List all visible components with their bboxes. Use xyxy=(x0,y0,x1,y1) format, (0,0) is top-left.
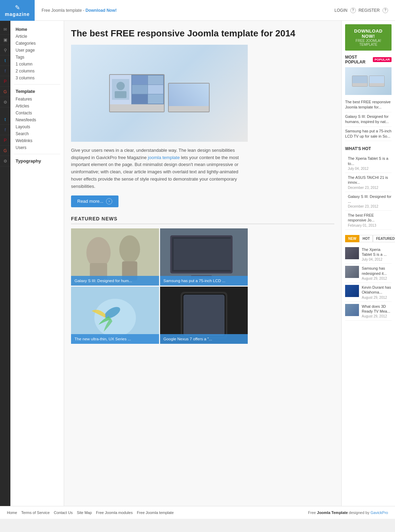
popular-badge: POPULAR xyxy=(373,57,392,62)
sidebar-typography-section: Typography xyxy=(16,158,60,164)
featured-item-4[interactable]: Google Nexus 7 offers a "... xyxy=(160,287,248,344)
footer-link-template[interactable]: Free Joomla template xyxy=(137,511,174,515)
tab-hot-button[interactable]: HOT xyxy=(359,235,373,242)
new-tab-item-3[interactable]: Kevin Durant has Oklahoma... August 29, … xyxy=(345,283,392,302)
sidebar-item-layouts[interactable]: Layouts xyxy=(14,123,60,130)
featured-item-3[interactable]: The new ultra-thin, UX Series ... xyxy=(71,287,159,344)
new-tab-item-1[interactable]: The Xperia Tablet S is a ... July 04, 20… xyxy=(345,245,392,264)
footer-link-contact[interactable]: Contact Us xyxy=(54,511,72,515)
featured-caption-1: Galaxy S III: Designed for hum... xyxy=(71,276,159,286)
whats-hot-widget: WHAT'S HOT The Xperia Tablet S is a to..… xyxy=(345,146,392,229)
download-link[interactable]: Download Now! xyxy=(86,8,117,13)
whats-hot-header: WHAT'S HOT xyxy=(345,146,392,151)
footer-link-modules[interactable]: Free Joomla modules xyxy=(96,511,133,515)
sidebar-item-newsfeeds[interactable]: Newsfeeds xyxy=(14,116,60,123)
sidebar-item-article[interactable]: Article xyxy=(14,33,60,40)
top-nav-links: LOGIN ? REGISTER ? xyxy=(334,8,388,13)
googleplus-social-icon[interactable]: G xyxy=(0,87,10,97)
login-help-icon[interactable]: ? xyxy=(350,8,356,13)
footer-link-home[interactable]: Home xyxy=(7,511,17,515)
footer-link-sitemap[interactable]: Site Map xyxy=(77,511,92,515)
laptop-big xyxy=(109,74,165,112)
whats-hot-text-3: Galaxy S III: Designed for ... December … xyxy=(348,194,392,209)
new-tab-item-2[interactable]: Samsung has redesigned it... August 29, … xyxy=(345,264,392,283)
top-bar: ✎ magazine Free Joomla template - Downlo… xyxy=(0,0,395,21)
pinterest-social-icon[interactable]: P xyxy=(0,76,10,87)
settings-social-icon-2[interactable]: ⚙ xyxy=(0,156,10,166)
footer-link-tos[interactable]: Terms of Service xyxy=(21,511,50,515)
sidebar-item-contacts[interactable]: Contacts xyxy=(14,110,60,116)
email-social-icon[interactable]: ✉ xyxy=(0,24,10,35)
sidebar-item-features[interactable]: Features xyxy=(14,96,60,103)
logo[interactable]: ✎ magazine xyxy=(0,0,35,21)
article-title: The best FREE responsive Joomla template… xyxy=(71,28,334,40)
new-tab-text-3: Kevin Durant has Oklahoma... August 29, … xyxy=(362,285,392,299)
svg-rect-2 xyxy=(115,91,126,98)
sidebar-template-section: Template xyxy=(16,89,60,94)
sidebar: Home Article Categories User page Tags 1… xyxy=(10,21,64,506)
sidebar-item-2col[interactable]: 2 columns xyxy=(14,68,60,75)
new-tab-text-4: What does 3D Ready TV Mea... August 29, … xyxy=(362,304,392,319)
sidebar-item-search[interactable]: Search xyxy=(14,130,60,137)
logo-text: magazine xyxy=(5,11,30,17)
new-tab-item-4[interactable]: What does 3D Ready TV Mea... August 29, … xyxy=(345,302,392,321)
sidebar-item-weblinks[interactable]: Weblinks xyxy=(14,137,60,144)
whats-hot-item-3[interactable]: Galaxy S III: Designed for ... December … xyxy=(345,192,392,211)
most-popular-widget: MOST POPULAR POPULAR The best FREE respo… xyxy=(345,55,392,141)
twitter-social-icon-2[interactable]: t xyxy=(0,114,10,125)
gavickpro-link[interactable]: GavickPro xyxy=(370,511,388,515)
twitter-social-icon[interactable]: t xyxy=(0,55,10,66)
top-tagline: Free Joomla template - Download Now! xyxy=(42,8,334,13)
article-hero-image xyxy=(71,45,248,142)
new-tab-thumb-2 xyxy=(345,266,359,278)
sidebar-item-1col[interactable]: 1 column xyxy=(14,61,60,68)
register-link[interactable]: REGISTER xyxy=(359,8,380,13)
tabs-widget: NEW HOT FEATURED The Xperia Tablet S is … xyxy=(345,235,392,321)
tab-new-button[interactable]: NEW xyxy=(345,235,359,242)
pinterest-social-icon-2[interactable]: P xyxy=(0,135,10,146)
login-link[interactable]: LOGIN xyxy=(334,8,347,13)
sidebar-item-tags[interactable]: Tags xyxy=(14,54,60,61)
popular-main-image xyxy=(345,67,392,95)
featured-caption-3: The new ultra-thin, UX Series ... xyxy=(71,334,159,344)
featured-caption-4: Google Nexus 7 offers a "... xyxy=(160,334,248,344)
sidebar-item-articles[interactable]: Articles xyxy=(14,103,60,110)
read-more-button[interactable]: Read more... › xyxy=(71,195,119,207)
most-popular-header: MOST POPULAR POPULAR xyxy=(345,55,392,64)
settings-social-icon[interactable]: ⚙ xyxy=(0,97,10,107)
download-now-button[interactable]: DOWNLOAD NOW! FREE JOOMLA! TEMPLATE xyxy=(345,24,392,51)
read-more-arrow-icon: › xyxy=(106,198,112,204)
register-help-icon[interactable]: ? xyxy=(383,8,388,13)
popular-item-1[interactable]: The best FREE responsive Joomla template… xyxy=(345,98,392,112)
new-tab-thumb-4 xyxy=(345,304,359,316)
joomla-template-link[interactable]: joomla template xyxy=(148,155,180,160)
footer-links: Home Terms of Service Contact Us Site Ma… xyxy=(7,511,174,515)
article-body: Give your users news in a clear, underst… xyxy=(71,147,248,190)
sidebar-item-categories[interactable]: Categories xyxy=(14,40,60,47)
sidebar-item-home[interactable]: Home xyxy=(14,26,60,33)
whats-hot-item-2[interactable]: The ASUS TAICHI 21 is innov... December … xyxy=(345,173,392,192)
tab-featured-button[interactable]: FEATURED xyxy=(373,235,395,242)
whats-hot-item-1[interactable]: The Xperia Tablet S is a to... July 04, … xyxy=(345,154,392,173)
rss-social-icon[interactable]: ▣ xyxy=(0,35,10,45)
search-social-icon[interactable]: ⚲ xyxy=(0,45,10,55)
laptop-small xyxy=(168,83,210,112)
featured-item-1[interactable]: Galaxy S III: Designed for hum... xyxy=(71,228,159,286)
new-tab-thumb-3 xyxy=(345,285,359,297)
facebook-social-icon-2[interactable]: f xyxy=(0,125,10,135)
whats-hot-item-4[interactable]: The best FREE responsive Jo... February … xyxy=(345,211,392,230)
new-tab-thumb-1 xyxy=(345,247,359,259)
facebook-social-icon[interactable]: f xyxy=(0,66,10,76)
sidebar-item-userpage[interactable]: User page xyxy=(14,47,60,54)
googleplus-social-icon-2[interactable]: G xyxy=(0,146,10,156)
social-bar: ✉ ▣ ⚲ t f P G ⚙ t f P G ⚙ xyxy=(0,21,10,506)
sidebar-item-users[interactable]: Users xyxy=(14,144,60,151)
tab-buttons: NEW HOT FEATURED xyxy=(345,235,392,242)
popular-item-2[interactable]: Galaxy S III: Designed for humans, inspi… xyxy=(345,112,392,127)
featured-news-grid: Galaxy S III: Designed for hum... Samsun… xyxy=(71,228,248,344)
footer: Home Terms of Service Contact Us Site Ma… xyxy=(0,506,395,519)
popular-item-3[interactable]: Samsung has put a 75-inch LCD TV up for … xyxy=(345,127,392,141)
new-tab-text-2: Samsung has redesigned it... August 29, … xyxy=(362,266,392,280)
sidebar-item-3col[interactable]: 3 columns xyxy=(14,75,60,81)
featured-item-2[interactable]: Samsung has put a 75-inch LCD ... xyxy=(160,228,248,286)
